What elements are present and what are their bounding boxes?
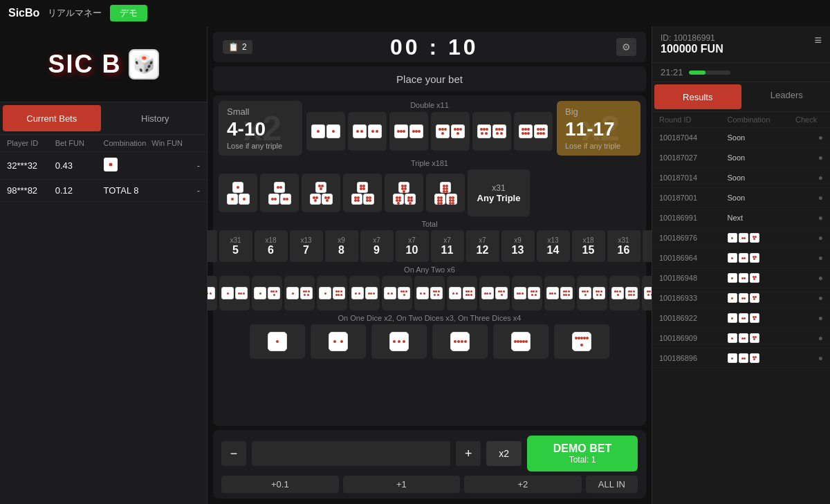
top-bar: 📋 2 00 : 10 ⚙ [213, 32, 646, 62]
logo-area: SIC B 🎲 [0, 26, 207, 102]
double-2-cell[interactable] [348, 112, 387, 151]
result-combo-9 [728, 313, 796, 323]
result-combo-6 [728, 253, 796, 263]
any-two-cell-1[interactable] [219, 276, 250, 310]
total-cell-5[interactable]: x315 [219, 230, 252, 262]
double-5-cell[interactable] [472, 112, 511, 151]
single-dice-1[interactable] [250, 324, 305, 359]
any-two-cell-12[interactable] [577, 276, 607, 310]
total-cell-11[interactable]: x711 [431, 230, 464, 262]
any-two-cell-10[interactable] [512, 276, 542, 310]
total-cell-10[interactable]: x710 [396, 230, 429, 262]
total-label: Total [219, 220, 640, 228]
single-dice-4[interactable] [432, 324, 488, 359]
total-cell-16[interactable]: x3116 [607, 230, 640, 262]
single-dice-5[interactable] [493, 324, 548, 359]
total-cell-13[interactable]: x913 [501, 230, 535, 262]
betting-board: Small 4-10 Lose if any triple x2 Double … [213, 95, 646, 426]
results-tab[interactable]: Results [654, 84, 741, 109]
leaders-tab[interactable]: Leaders [744, 82, 831, 107]
any-two-cell-9[interactable] [479, 276, 510, 310]
real-money-link[interactable]: リアルマネー [48, 7, 102, 19]
sic-bo-logo: SIC B 🎲 [48, 49, 158, 80]
settings-button[interactable]: ⚙ [616, 38, 636, 56]
small-bet-area[interactable]: Small 4-10 Lose if any triple x2 [219, 101, 302, 156]
bet-x2-button[interactable]: x2 [486, 441, 522, 466]
single-dice-3[interactable] [371, 324, 427, 359]
big-bet-area[interactable]: Big 11-17 Lose if any triple x2 [557, 101, 640, 156]
menu-button[interactable]: ≡ [814, 33, 822, 48]
total-cell-15[interactable]: x1815 [572, 230, 605, 262]
history-tab[interactable]: History [107, 105, 205, 131]
any-two-section: On Any Two x6 [219, 265, 640, 310]
any-two-cell-13[interactable] [609, 276, 640, 310]
any-two-cell-8[interactable] [447, 276, 477, 310]
result-round-8: 100186933 [659, 294, 728, 302]
result-check-6: ● [795, 253, 823, 263]
total-cell-12[interactable]: x712 [466, 230, 499, 262]
demo-button[interactable]: デモ [110, 5, 147, 21]
double-1-cell[interactable] [306, 112, 345, 151]
any-two-cell-11[interactable] [544, 276, 575, 310]
triple-4-cell[interactable] [343, 174, 382, 212]
total-cell-7[interactable]: x137 [290, 230, 323, 262]
result-round-2: 100187014 [659, 174, 728, 182]
current-bets-tab[interactable]: Current Bets [3, 105, 101, 131]
app-title: SicBo [8, 7, 39, 19]
total-cell-6[interactable]: x186 [255, 230, 288, 262]
bet-row-bottom: +0.1 +1 +2 ALL IN [221, 476, 638, 493]
remove-bet-2[interactable]: - [151, 185, 200, 196]
any-two-cell-2[interactable] [252, 276, 282, 310]
big-mult: x2 [581, 109, 620, 149]
total-cell-17[interactable]: x6117 [643, 230, 652, 262]
any-two-cell-5[interactable] [349, 276, 380, 310]
total-cell-14[interactable]: x1314 [537, 230, 570, 262]
any-two-cell-3[interactable] [284, 276, 315, 310]
triple-2-cell[interactable] [260, 174, 299, 212]
double-4-cell[interactable] [431, 112, 470, 151]
bet-minus-button[interactable]: − [221, 441, 246, 466]
result-row-3: 100187001 Soon ● [652, 188, 830, 208]
bet-value-input[interactable]: 1 [252, 441, 450, 466]
single-dice-2[interactable] [311, 324, 366, 359]
col-combination: Combination [104, 139, 152, 147]
any-two-cell-7[interactable] [414, 276, 445, 310]
result-row-9: 100186922 ● [652, 308, 830, 328]
double-3-cell[interactable] [389, 112, 428, 151]
single-dice-6[interactable] [554, 324, 609, 359]
result-round-1: 100187027 [659, 153, 728, 162]
double-6-cell[interactable] [514, 112, 553, 151]
quick-bet-2[interactable]: +2 [464, 476, 582, 493]
result-check-9: ● [795, 313, 823, 323]
total-cell-9[interactable]: x79 [360, 230, 394, 262]
quick-bet-1[interactable]: +1 [343, 476, 461, 493]
any-triple-cell[interactable]: x31 Any Triple [468, 169, 530, 216]
triple-dice-row: x31 Any Triple [219, 169, 640, 216]
quick-bet-0.1[interactable]: +0.1 [221, 476, 339, 493]
total-cell-8[interactable]: x98 [325, 230, 358, 262]
results-tabs: Results Leaders [652, 82, 830, 112]
svg-point-1 [109, 163, 112, 167]
bet-plus-button[interactable]: + [456, 441, 481, 466]
triple-3-cell[interactable] [302, 174, 340, 212]
remove-bet-1[interactable]: - [151, 160, 200, 171]
demo-bet-button[interactable]: DEMO BET Total: 1 [527, 436, 638, 472]
all-in-button[interactable]: ALL IN [586, 476, 638, 493]
triple-5-cell[interactable] [385, 174, 423, 212]
time-bar-fill [689, 71, 706, 75]
triple-1-cell[interactable] [219, 174, 257, 212]
triple-6-cell[interactable] [426, 174, 465, 212]
any-two-cell-14[interactable] [642, 276, 652, 310]
small-big-section: Small 4-10 Lose if any triple x2 Double … [219, 101, 640, 156]
total-row: x614x315x186x137x98x79x710x711x712x913x1… [219, 230, 640, 262]
bets-tabs: Current Bets History [0, 102, 207, 135]
any-two-cell-6[interactable] [382, 276, 412, 310]
any-two-cell-0[interactable] [208, 276, 217, 310]
result-combo-2: Soon [728, 174, 796, 182]
timer-display: 00 : 10 [390, 35, 479, 60]
result-row-5: 100186976 ● [652, 228, 830, 248]
result-round-10: 100186909 [659, 334, 728, 342]
results-header: Round ID Combination Check [652, 112, 830, 128]
any-two-cell-4[interactable] [317, 276, 347, 310]
total-cell-4[interactable]: x614 [208, 230, 217, 262]
